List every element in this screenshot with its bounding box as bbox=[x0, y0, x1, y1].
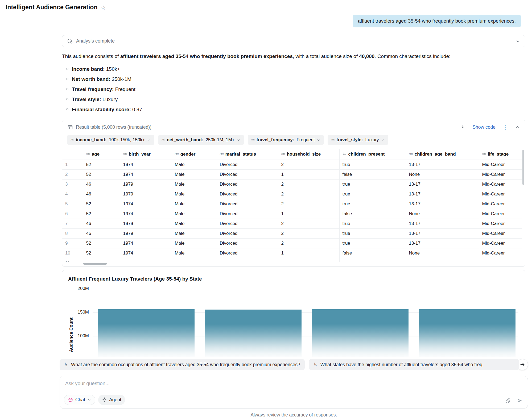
row-number: 8 bbox=[62, 228, 83, 238]
table-row: 4461979MaleDivorced2true13-17Mid-Career bbox=[62, 189, 522, 199]
cell-children_age_band: 13-17 bbox=[406, 238, 479, 248]
analysis-summary: This audience consists of affluent trave… bbox=[62, 53, 525, 60]
column-header-age[interactable]: ᴬᴮᶜage bbox=[83, 149, 120, 160]
analysis-status-icon bbox=[67, 38, 73, 44]
cell-children_age_band: 13-17 bbox=[406, 199, 479, 209]
row-number: 3 bbox=[62, 179, 83, 189]
result-table-header: Result table (5,000 rows (truncated)) Sh… bbox=[62, 120, 525, 134]
chevron-up-icon[interactable] bbox=[515, 125, 520, 130]
cell-age: 46 bbox=[83, 219, 120, 228]
column-header-children_present[interactable]: children_present bbox=[339, 149, 406, 160]
suggestions-row: ↳What are the common occupations of affl… bbox=[60, 359, 528, 370]
y-tick-label: 100M bbox=[62, 333, 89, 339]
cell-marital_status: Divorced bbox=[217, 189, 278, 199]
cell-household_size: 2 bbox=[278, 238, 339, 248]
bar[interactable] bbox=[312, 309, 409, 357]
horizontal-scrollbar-thumb[interactable] bbox=[83, 263, 107, 265]
cell-children_age_band: 13-17 bbox=[406, 179, 479, 189]
row-number: 6 bbox=[62, 209, 83, 219]
filter-chip-travel_frequency[interactable]: ᴬᴮᶜtravel_frequency:Frequent bbox=[248, 135, 324, 145]
question-input[interactable] bbox=[60, 376, 486, 390]
analysis-status-panel[interactable]: Analysis complete bbox=[62, 35, 525, 47]
cell-household_size: 1 bbox=[278, 209, 339, 219]
cell-gender: Male bbox=[172, 209, 217, 219]
cell-children_present: false bbox=[339, 169, 406, 179]
vertical-scrollbar[interactable] bbox=[522, 150, 524, 185]
cell-marital_status: Divorced bbox=[217, 179, 278, 189]
cell-household_size: 1 bbox=[278, 248, 339, 258]
send-icon[interactable] bbox=[517, 398, 522, 403]
filter-chip-income_band[interactable]: ᴬᴮᶜincome_band:100k-150k, 150k+ bbox=[67, 135, 154, 145]
page-title: Intelligent Audience Generation bbox=[6, 4, 97, 11]
result-table-card: Result table (5,000 rows (truncated)) Sh… bbox=[62, 120, 525, 267]
column-header-gender[interactable]: ᴬᴮᶜgender bbox=[172, 149, 217, 160]
bar[interactable] bbox=[419, 309, 515, 357]
cell-marital_status: Divorced bbox=[217, 169, 278, 179]
cell-birth_year: 1974 bbox=[120, 160, 172, 169]
cell-life_stage: Mid-Career bbox=[479, 228, 522, 238]
star-icon[interactable]: ☆ bbox=[101, 5, 106, 11]
string-type-icon: ᴬᴮᶜ bbox=[220, 152, 224, 156]
cell-children_age_band: 13-17 bbox=[406, 160, 479, 169]
bullet-icon bbox=[66, 78, 68, 80]
horizontal-scrollbar[interactable] bbox=[62, 263, 525, 265]
filter-chip-net_worth_band[interactable]: ᴬᴮᶜnet_worth_band:250k-1M, 1M+ bbox=[158, 135, 244, 145]
chevron-down-icon[interactable] bbox=[515, 39, 520, 44]
cell-birth_year: 1979 bbox=[120, 228, 172, 238]
cell-children_age_band: None bbox=[406, 169, 479, 179]
bullet-icon bbox=[66, 88, 68, 90]
row-number: 9 bbox=[62, 238, 83, 248]
cell-gender: Male bbox=[172, 189, 217, 199]
string-type-icon: ᴬᴮᶜ bbox=[71, 138, 74, 142]
cell-marital_status: Divorced bbox=[217, 199, 278, 209]
table-row-partial: 11 bbox=[62, 258, 522, 262]
column-header-household_size[interactable]: ᴬᴮᶜhousehold_size bbox=[278, 149, 339, 160]
agent-mode-button[interactable]: Agent bbox=[98, 395, 125, 405]
filter-chip-travel_style[interactable]: ᴬᴮᶜtravel_style:Luxury bbox=[328, 135, 388, 145]
cell-marital_status: Divorced bbox=[217, 209, 278, 219]
bar[interactable] bbox=[205, 310, 302, 357]
cell-life_stage: Mid-Career bbox=[479, 219, 522, 228]
cell-children_age_band: 13-17 bbox=[406, 189, 479, 199]
summary-text: , with a total audience size of bbox=[293, 53, 359, 59]
more-options-button[interactable]: ⋮ bbox=[502, 124, 508, 130]
cell-life_stage: Mid-Career bbox=[479, 169, 522, 179]
cell-marital_status: Divorced bbox=[217, 228, 278, 238]
chevron-down-icon bbox=[316, 138, 320, 142]
cell-birth_year: 1974 bbox=[120, 169, 172, 179]
cell-children_present: false bbox=[339, 248, 406, 258]
column-header-marital_status[interactable]: ᴬᴮᶜmarital_status bbox=[217, 149, 278, 160]
chat-mode-button[interactable]: Chat bbox=[64, 395, 95, 405]
summary-text: This audience consists of bbox=[62, 53, 120, 59]
column-header-birth_year[interactable]: ᴬᴮᶜbirth_year bbox=[120, 149, 172, 160]
reply-arrow-icon: ↳ bbox=[314, 362, 317, 368]
cell-marital_status: Divorced bbox=[217, 160, 278, 169]
user-message-bubble: affluent travelers aged 35-54 who freque… bbox=[353, 15, 521, 27]
chat-mode-label: Chat bbox=[75, 397, 85, 403]
row-number: 10 bbox=[62, 248, 83, 258]
download-icon[interactable] bbox=[460, 124, 465, 130]
cell-children_present: true bbox=[339, 160, 406, 169]
cell-age: 46 bbox=[83, 228, 120, 238]
cell-children_present: true bbox=[339, 238, 406, 248]
chart-layer: 200M150M100M bbox=[62, 270, 525, 357]
show-code-button[interactable]: Show code bbox=[472, 124, 496, 130]
column-header-life_stage[interactable]: ᴬᴮᶜlife_stage bbox=[479, 149, 522, 160]
string-type-icon: ᴬᴮᶜ bbox=[162, 138, 165, 142]
column-header-children_age_band[interactable]: ᴬᴮᶜchildren_age_band bbox=[406, 149, 479, 160]
characteristic-item: Travel frequency: Frequent bbox=[62, 86, 525, 92]
cell-birth_year: 1974 bbox=[120, 209, 172, 219]
table-row: 9521974MaleDivorced2true13-17Mid-Career bbox=[62, 238, 522, 248]
cell-marital_status: Divorced bbox=[217, 219, 278, 228]
suggestion-chip[interactable]: ↳What are the common occupations of affl… bbox=[60, 359, 305, 370]
cell-age: 52 bbox=[83, 248, 120, 258]
reply-arrow-icon: ↳ bbox=[64, 362, 68, 368]
cell-age: 52 bbox=[83, 160, 120, 169]
paperclip-icon[interactable] bbox=[505, 398, 511, 403]
arrow-right-icon bbox=[519, 362, 525, 368]
cell-life_stage: Mid-Career bbox=[479, 179, 522, 189]
bar[interactable] bbox=[98, 309, 195, 357]
result-table-title: Result table (5,000 rows (truncated)) bbox=[76, 124, 151, 130]
string-type-icon: ᴬᴮᶜ bbox=[123, 152, 127, 156]
suggestion-chip[interactable]: ↳What states have the highest number of … bbox=[309, 359, 519, 370]
